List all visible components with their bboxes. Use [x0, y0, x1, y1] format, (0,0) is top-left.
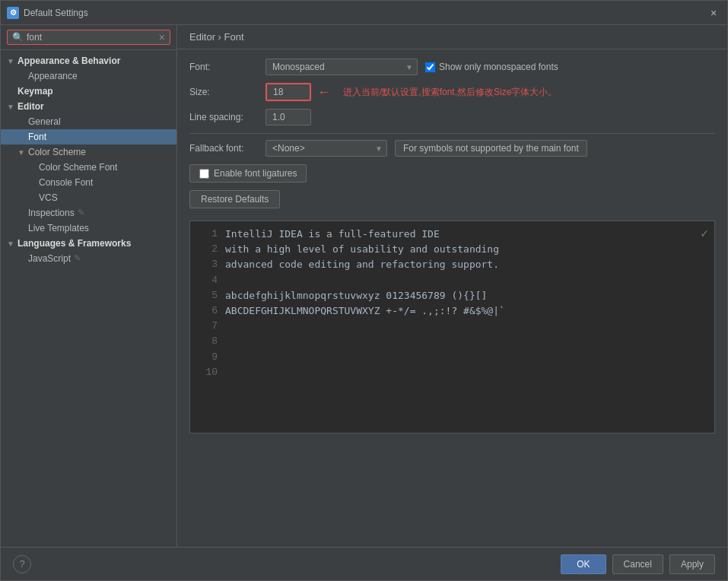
help-button[interactable]: ?: [13, 555, 31, 573]
preview-area: ✓ 1IntelliJ IDEA is a full-featured IDE2…: [189, 221, 715, 433]
font-select[interactable]: Monospaced Consolas Courier New DejaVu S…: [265, 59, 418, 75]
line-spacing-label: Line spacing:: [189, 112, 265, 122]
search-icon: 🔍: [12, 32, 24, 43]
sidebar-item-appearance-behavior[interactable]: ▼Appearance & Behavior: [1, 53, 176, 68]
sidebar-item-languages-frameworks[interactable]: ▼Languages & Frameworks: [1, 236, 176, 251]
cancel-button[interactable]: Cancel: [612, 554, 663, 574]
tree-view: ▼Appearance & BehaviorAppearanceKeymap▼E…: [1, 50, 176, 547]
enable-ligatures-checkbox[interactable]: [199, 169, 209, 179]
search-input[interactable]: [27, 32, 159, 43]
close-button[interactable]: ×: [706, 5, 721, 21]
ligatures-row: Enable font ligatures: [189, 164, 715, 183]
restore-defaults-button[interactable]: Restore Defaults: [189, 190, 280, 208]
show-mono-checkbox[interactable]: [425, 62, 435, 72]
sidebar-item-edit-icon: ✎: [74, 253, 84, 264]
sidebar-item-label: Color Scheme Font: [39, 162, 117, 173]
right-panel: Editor › Font Font: Monospaced Consolas …: [177, 25, 727, 547]
size-input[interactable]: [265, 83, 311, 101]
preview-line: 1IntelliJ IDEA is a full-featured IDE: [199, 227, 705, 241]
preview-line: 3advanced code editing and refactoring s…: [199, 258, 705, 271]
sidebar: 🔍 × ▼Appearance & BehaviorAppearanceKeym…: [1, 25, 177, 547]
fallback-select-wrapper: <None> ▼: [265, 140, 387, 157]
sidebar-item-appearance[interactable]: Appearance: [1, 68, 176, 84]
enable-ligatures-label: Enable font ligatures: [214, 168, 297, 179]
size-row: Size: ← 进入当前/默认设置,搜索font,然后修改Size字体大小。: [189, 83, 715, 101]
preview-line-number: 5: [199, 289, 218, 303]
fallback-font-label: Fallback font:: [189, 143, 265, 154]
preview-line-number: 8: [199, 335, 218, 348]
sidebar-item-label: Appearance & Behavior: [17, 56, 120, 66]
font-row: Font: Monospaced Consolas Courier New De…: [189, 59, 715, 75]
app-icon: ⚙: [7, 7, 19, 19]
search-clear-icon[interactable]: ×: [159, 32, 165, 43]
preview-line-number: 9: [199, 351, 218, 364]
ok-button[interactable]: OK: [561, 554, 606, 574]
sidebar-item-color-scheme-font[interactable]: Color Scheme Font: [1, 160, 176, 175]
window-title: Default Settings: [24, 8, 706, 18]
sidebar-item-keymap[interactable]: Keymap: [1, 84, 176, 99]
sidebar-item-label: Live Templates: [28, 223, 89, 233]
preview-line: 9: [199, 351, 705, 364]
apply-button[interactable]: Apply: [669, 554, 715, 574]
search-box: 🔍 ×: [1, 25, 176, 50]
sidebar-item-general[interactable]: General: [1, 114, 176, 129]
preview-line-code: IntelliJ IDEA is a full-featured IDE: [225, 227, 440, 241]
footer: ? OK Cancel Apply: [1, 547, 727, 580]
sidebar-item-label: Inspections: [28, 208, 75, 218]
preview-line-number: 1: [199, 227, 218, 241]
sidebar-item-vcs[interactable]: VCS: [1, 190, 176, 205]
main-content: 🔍 × ▼Appearance & BehaviorAppearanceKeym…: [1, 25, 727, 547]
size-label: Size:: [189, 87, 265, 97]
sidebar-item-edit-icon: ✎: [78, 208, 88, 218]
preview-line-code: with a high level of usability and outst…: [225, 243, 499, 256]
title-bar: ⚙ Default Settings ×: [1, 1, 727, 25]
fallback-note: For symbols not supported by the main fo…: [395, 140, 587, 157]
sidebar-item-label: Editor: [17, 101, 44, 112]
show-mono-label: Show only monospaced fonts: [439, 62, 558, 72]
preview-line-code: advanced code editing and refactoring su…: [225, 258, 499, 271]
line-spacing-input[interactable]: [265, 109, 311, 125]
preview-line: 8: [199, 335, 705, 348]
preview-line-number: 7: [199, 319, 218, 333]
fallback-font-row: Fallback font: <None> ▼ For symbols not …: [189, 140, 715, 157]
preview-line: 7: [199, 319, 705, 333]
breadcrumb: Editor › Font: [177, 25, 727, 49]
sidebar-item-label: Font: [28, 132, 46, 142]
search-input-wrapper[interactable]: 🔍 ×: [7, 30, 170, 45]
fallback-font-select[interactable]: <None>: [265, 140, 387, 157]
sidebar-item-live-templates[interactable]: Live Templates: [1, 221, 176, 236]
sidebar-item-label: Console Font: [39, 177, 93, 188]
font-label: Font:: [189, 62, 265, 72]
sidebar-item-font[interactable]: Font: [1, 129, 176, 144]
separator-1: [189, 133, 715, 134]
preview-line: 5abcdefghijklmnopqrstuvwxyz 0123456789 (…: [199, 289, 705, 303]
show-mono-wrapper[interactable]: Show only monospaced fonts: [425, 62, 558, 72]
preview-line: 4: [199, 274, 705, 287]
preview-line: 2with a high level of usability and outs…: [199, 243, 705, 256]
settings-content: Font: Monospaced Consolas Courier New De…: [177, 49, 727, 547]
preview-line-number: 10: [199, 366, 218, 379]
sidebar-item-label: JavaScript: [28, 253, 71, 264]
sidebar-item-inspections[interactable]: Inspections✎: [1, 205, 176, 221]
preview-line-code: ABCDEFGHIJKLMNOPQRSTUVWXYZ +-*/= .,;:!? …: [225, 304, 505, 318]
check-icon: ✓: [701, 226, 708, 241]
sidebar-item-editor[interactable]: ▼Editor: [1, 99, 176, 114]
preview-line-number: 3: [199, 258, 218, 271]
preview-line-number: 4: [199, 274, 218, 287]
settings-window: ⚙ Default Settings × 🔍 × ▼Appearance & B…: [0, 0, 728, 581]
sidebar-item-label: VCS: [39, 192, 58, 203]
sidebar-item-label: Keymap: [17, 86, 53, 97]
sidebar-item-color-scheme[interactable]: ▼Color Scheme: [1, 144, 176, 160]
sidebar-item-label: Languages & Frameworks: [17, 238, 131, 249]
sidebar-item-javascript[interactable]: JavaScript✎: [1, 251, 176, 266]
sidebar-item-label: Color Scheme: [28, 147, 86, 157]
preview-line-number: 2: [199, 243, 218, 256]
enable-ligatures-wrapper[interactable]: Enable font ligatures: [189, 164, 307, 183]
annotation-arrow-icon: ←: [317, 84, 331, 100]
font-select-wrapper: Monospaced Consolas Courier New DejaVu S…: [265, 59, 418, 75]
sidebar-item-label: General: [28, 116, 61, 127]
sidebar-item-console-font[interactable]: Console Font: [1, 175, 176, 190]
preview-line-code: abcdefghijklmnopqrstuvwxyz 0123456789 ()…: [225, 289, 487, 303]
line-spacing-row: Line spacing:: [189, 109, 715, 125]
annotation-text: 进入当前/默认设置,搜索font,然后修改Size字体大小。: [343, 86, 557, 99]
